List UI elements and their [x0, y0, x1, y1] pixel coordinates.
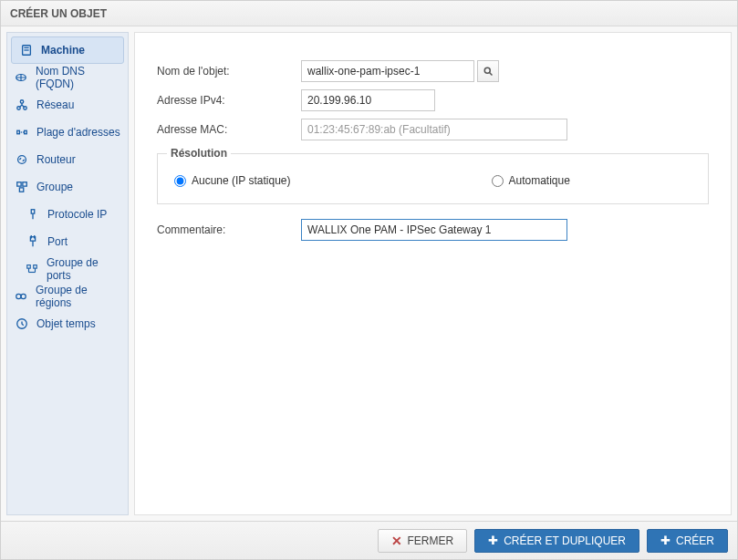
search-icon — [483, 66, 494, 77]
svg-point-4 — [20, 100, 24, 104]
portgroup-icon — [26, 262, 39, 276]
dialog-footer: ✕ FERMER ✚ CRÉER ET DUPLIQUER ✚ CRÉER — [1, 521, 737, 559]
router-icon — [15, 152, 29, 167]
comment-input[interactable] — [301, 219, 567, 241]
sidebar-item-fqdn[interactable]: Nom DNS (FQDN) — [7, 64, 128, 91]
svg-rect-13 — [19, 188, 23, 192]
sidebar-item-machine[interactable]: Machine — [11, 36, 124, 64]
sidebar-item-label: Groupe — [36, 181, 73, 193]
svg-rect-14 — [31, 210, 35, 213]
name-label: Nom de l'objet: — [157, 65, 301, 78]
svg-point-25 — [16, 294, 21, 298]
dialog-title: CRÉER UN OBJET — [1, 1, 737, 26]
svg-rect-11 — [17, 182, 21, 186]
sidebar-item-protocol[interactable]: Protocole IP — [7, 201, 128, 228]
sidebar-item-label: Nom DNS (FQDN) — [36, 65, 120, 90]
create-label: CRÉER — [676, 534, 714, 547]
range-icon — [15, 125, 29, 140]
sidebar-item-range[interactable]: Plage d'adresses — [7, 119, 128, 146]
object-name-input[interactable] — [301, 60, 474, 82]
close-icon: ✕ — [391, 534, 402, 547]
port-icon — [26, 234, 40, 249]
svg-line-29 — [490, 73, 493, 76]
plus-icon: ✚ — [660, 534, 670, 546]
create-duplicate-label: CRÉER ET DUPLIQUER — [504, 534, 626, 547]
resolution-static-radio[interactable] — [174, 175, 186, 187]
sidebar-item-label: Groupe de régions — [36, 284, 120, 309]
mac-label: Adresse MAC: — [157, 123, 301, 136]
sidebar-item-portgroup[interactable]: Groupe de ports — [7, 255, 128, 283]
svg-rect-8 — [25, 130, 27, 134]
sidebar-item-router[interactable]: Routeur — [7, 146, 128, 173]
main-panel: Nom de l'objet: Adresse IPv4: Adresse MA… — [134, 32, 732, 515]
sidebar-item-label: Protocole IP — [47, 208, 107, 221]
ipv4-input[interactable] — [301, 89, 435, 111]
sidebar-item-label: Port — [47, 235, 68, 248]
time-icon — [15, 316, 29, 331]
sidebar: Machine Nom DNS (FQDN) Réseau Plage d'ad… — [6, 32, 129, 515]
svg-rect-12 — [23, 182, 26, 186]
create-duplicate-button[interactable]: ✚ CRÉER ET DUPLIQUER — [474, 529, 639, 553]
sidebar-item-label: Machine — [41, 44, 85, 57]
regiongroup-icon — [15, 289, 28, 304]
sidebar-item-label: Objet temps — [36, 317, 96, 330]
sidebar-item-label: Plage d'adresses — [36, 126, 120, 139]
sidebar-item-port[interactable]: Port — [7, 228, 128, 255]
network-icon — [15, 98, 29, 112]
name-search-button[interactable] — [477, 60, 499, 82]
sidebar-item-group[interactable]: Groupe — [7, 173, 128, 201]
svg-point-10 — [18, 156, 26, 164]
sidebar-item-label: Groupe de ports — [47, 256, 120, 282]
dialog-body: Machine Nom DNS (FQDN) Réseau Plage d'ad… — [1, 26, 737, 521]
close-button[interactable]: ✕ FERMER — [378, 529, 468, 553]
resolution-static-option[interactable]: Aucune (IP statique) — [174, 174, 291, 187]
sidebar-item-regiongroup[interactable]: Groupe de régions — [7, 283, 128, 310]
close-button-label: FERMER — [408, 534, 454, 547]
svg-point-26 — [21, 294, 26, 298]
resolution-fieldset: Résolution Aucune (IP statique) Automati… — [157, 153, 709, 204]
sidebar-item-label: Routeur — [36, 153, 76, 166]
svg-rect-21 — [34, 265, 37, 269]
sidebar-item-network[interactable]: Réseau — [7, 91, 128, 119]
group-icon — [15, 180, 29, 194]
protocol-icon — [26, 207, 40, 222]
server-icon — [19, 43, 34, 57]
comment-label: Commentaire: — [157, 223, 301, 236]
resolution-auto-label: Automatique — [509, 174, 570, 187]
svg-rect-7 — [17, 130, 20, 134]
resolution-auto-option[interactable]: Automatique — [492, 174, 570, 187]
resolution-auto-radio[interactable] — [492, 175, 504, 187]
sidebar-item-time[interactable]: Objet temps — [7, 310, 128, 337]
resolution-static-label: Aucune (IP statique) — [192, 174, 291, 187]
fqdn-icon — [15, 70, 28, 85]
svg-point-28 — [484, 67, 490, 73]
create-button[interactable]: ✚ CRÉER — [647, 529, 728, 553]
mac-input[interactable] — [301, 119, 567, 140]
ipv4-label: Adresse IPv4: — [157, 94, 301, 107]
sidebar-item-label: Réseau — [36, 99, 74, 111]
dialog-window: CRÉER UN OBJET Machine Nom DNS (FQDN) — [0, 0, 738, 560]
plus-duplicate-icon: ✚ — [488, 534, 498, 546]
svg-rect-20 — [27, 265, 31, 269]
resolution-legend: Résolution — [167, 147, 231, 160]
